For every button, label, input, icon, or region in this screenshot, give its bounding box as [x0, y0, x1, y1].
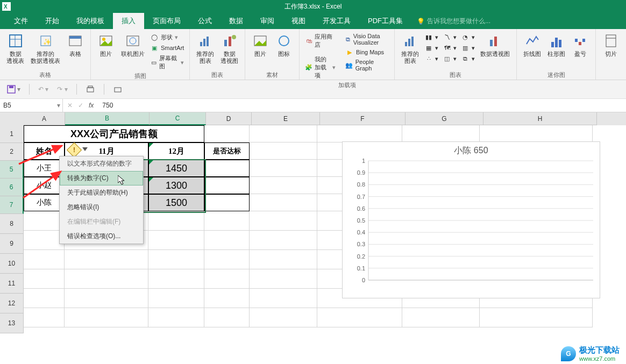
column-header[interactable]: H	[483, 112, 597, 125]
menu-data[interactable]: 数据	[220, 13, 252, 29]
column-header[interactable]: C	[150, 112, 206, 125]
cell[interactable]	[480, 308, 593, 327]
cell[interactable]	[250, 250, 317, 269]
smartart-button[interactable]: ▣SmartArt	[149, 43, 185, 53]
row-header[interactable]: 12	[0, 294, 24, 313]
cell[interactable]	[65, 269, 148, 289]
row-header[interactable]: 13	[0, 313, 24, 333]
cell-dec[interactable]: 1300	[148, 177, 204, 194]
formula-bar[interactable]: 750	[98, 102, 626, 109]
cell[interactable]	[250, 211, 317, 231]
cell[interactable]	[317, 308, 402, 327]
bing-button[interactable]: ▶Bing Maps	[344, 47, 390, 57]
menu-dev[interactable]: 开发工具	[314, 13, 359, 29]
ctx-options[interactable]: 错误检查选项(O)...	[60, 229, 143, 244]
cell-pass[interactable]	[204, 177, 250, 194]
cell[interactable]	[24, 211, 65, 231]
cell[interactable]	[250, 308, 317, 327]
people-graph-button[interactable]: 👥People Graph	[344, 58, 390, 72]
fx-icon[interactable]: fx	[89, 102, 94, 109]
chart-type-surface[interactable]: ◫▾	[442, 54, 458, 63]
chart-type-pie[interactable]: ◔▾	[460, 32, 476, 42]
enter-icon[interactable]: ✓	[78, 102, 83, 109]
menu-pdf[interactable]: PDF工具集	[359, 13, 411, 29]
select-all-corner[interactable]	[0, 112, 24, 126]
recommended-pivot-button[interactable]: ✨ 推荐的 数据透视表	[27, 31, 63, 66]
chart-type-scatter[interactable]: ∴▾	[423, 54, 439, 63]
cell-dec[interactable]: 1450	[148, 160, 204, 177]
column-header[interactable]: A	[24, 112, 65, 125]
chart-type-combo[interactable]: ⧉▾	[460, 54, 476, 63]
cell[interactable]	[250, 160, 317, 177]
sparkline-column-button[interactable]: 柱形图	[544, 31, 568, 59]
cell[interactable]	[24, 289, 65, 308]
column-header[interactable]: E	[252, 112, 320, 125]
cell[interactable]	[204, 269, 250, 289]
header-pass[interactable]: 是否达标	[204, 142, 250, 160]
header-dec[interactable]: 12月	[148, 142, 204, 160]
cell[interactable]	[148, 211, 204, 231]
cell[interactable]	[250, 125, 317, 142]
cell-dec[interactable]: 1500	[148, 194, 204, 211]
menu-start[interactable]: 开始	[37, 13, 68, 29]
print-preview-button[interactable]	[86, 84, 95, 94]
row-header[interactable]: 8	[0, 214, 24, 234]
cell[interactable]	[250, 194, 317, 211]
cell[interactable]	[204, 211, 250, 231]
my-addins-button[interactable]: 🧩我的加载项 ▾	[304, 55, 337, 80]
cell[interactable]	[24, 308, 65, 327]
cell[interactable]	[250, 289, 317, 308]
print-button[interactable]	[113, 84, 123, 94]
column-header[interactable]: D	[206, 112, 252, 125]
cell[interactable]	[65, 308, 148, 327]
tell-me[interactable]: 💡 告诉我您想要做什么...	[417, 17, 490, 29]
screenshot-button[interactable]: ▭屏幕截图 ▾	[149, 54, 185, 71]
cell[interactable]	[204, 308, 250, 327]
cell[interactable]	[24, 231, 65, 250]
column-header[interactable]: F	[320, 112, 406, 125]
cell[interactable]	[250, 142, 317, 160]
cell[interactable]	[204, 125, 250, 142]
cell[interactable]	[402, 308, 480, 327]
ctx-convert-to-number[interactable]: 转换为数字(C)	[60, 171, 143, 185]
chart-type-line[interactable]: 〽▾	[442, 32, 458, 42]
row-header[interactable]: 10	[0, 254, 24, 274]
menu-view[interactable]: 视图	[283, 13, 314, 29]
cancel-icon[interactable]: ✕	[67, 102, 73, 109]
cell[interactable]	[65, 250, 148, 269]
cell[interactable]	[204, 250, 250, 269]
cell[interactable]	[480, 125, 593, 142]
chart-type-map[interactable]: 🗺▾	[442, 43, 458, 53]
dropdown-arrow-icon[interactable]	[82, 146, 88, 152]
tours-icon-button[interactable]: 图标	[272, 31, 296, 59]
cell[interactable]	[148, 269, 204, 289]
cell-pass[interactable]	[204, 160, 250, 177]
table-button[interactable]: 表格	[63, 31, 87, 59]
pivot-chart-button[interactable]: 数据 透视图	[217, 31, 241, 66]
chart-type-hier[interactable]: ▦▾	[423, 43, 439, 53]
slicer-button[interactable]: 切片	[599, 31, 623, 59]
menu-file[interactable]: 文件	[5, 13, 37, 29]
name-box[interactable]: B5 ▾	[0, 99, 63, 112]
cell-pass[interactable]	[204, 194, 250, 211]
recommended-chart2-button[interactable]: 推荐的 图表	[398, 31, 422, 66]
save-button[interactable]: ▾	[6, 84, 20, 94]
menu-layout[interactable]: 页面布局	[144, 13, 189, 29]
recommended-chart-button[interactable]: 推荐的 图表	[193, 31, 217, 66]
column-header[interactable]: G	[406, 112, 483, 125]
sparkline-winloss-button[interactable]: 盈亏	[568, 31, 592, 59]
cell[interactable]	[24, 269, 65, 289]
cell[interactable]	[250, 177, 317, 194]
cell[interactable]	[65, 289, 148, 308]
menu-review[interactable]: 审阅	[252, 13, 283, 29]
cell[interactable]	[148, 308, 204, 327]
picture-button[interactable]: 图片	[94, 31, 118, 59]
cell[interactable]	[402, 125, 480, 142]
row-header[interactable]: 11	[0, 274, 24, 294]
shapes-button[interactable]: ◯形状 ▾	[149, 32, 185, 42]
menu-formula[interactable]: 公式	[189, 13, 220, 29]
menu-insert[interactable]: 插入	[113, 13, 144, 29]
pivot-table-button[interactable]: 数据 透视表	[3, 31, 27, 66]
ctx-ignore[interactable]: 忽略错误(I)	[60, 200, 143, 215]
column-header[interactable]: B	[65, 112, 150, 125]
